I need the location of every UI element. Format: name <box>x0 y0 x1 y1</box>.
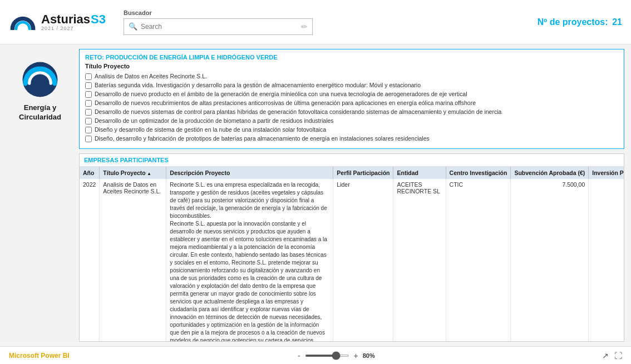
project-checkbox[interactable] <box>85 82 92 89</box>
project-checkbox[interactable] <box>85 91 92 98</box>
list-item[interactable]: Diseño y desarrollo de sistema de gestió… <box>85 126 618 133</box>
projects-count-value: 21 <box>612 17 622 27</box>
zoom-plus-button[interactable]: + <box>353 351 359 360</box>
projects-count-area: Nº de proyectos: 21 <box>535 17 622 27</box>
search-label: Buscador <box>124 9 313 16</box>
list-item[interactable]: Desarrollo de nuevos recubrimientos de a… <box>85 99 618 107</box>
logo-s3: S3 <box>91 13 106 26</box>
zoom-minus-button[interactable]: - <box>297 351 302 360</box>
data-table: AñoTítulo ProyectoDescripción ProyectoPe… <box>80 167 624 341</box>
list-item[interactable]: Desarrollo de nuevos sistemas de control… <box>85 108 618 116</box>
zoom-control: - + 80% <box>297 351 375 360</box>
left-panel: Energía yCircularidad <box>7 49 73 342</box>
project-checkbox[interactable] <box>85 136 92 142</box>
table-header-row: AñoTítulo ProyectoDescripción ProyectoPe… <box>80 167 624 179</box>
fullscreen-icon[interactable]: ⛶ <box>614 351 622 360</box>
category-icon <box>21 60 60 99</box>
challenge-box: RETO: PRODUCCIÓN DE ENERGÍA LIMPIA E HID… <box>79 49 624 149</box>
project-item-label: Desarrollo de un optimizador de la produ… <box>95 117 334 124</box>
col-header-inversion: Inversión Privada (€) <box>589 167 624 179</box>
project-item-label: Desarrollo de nuevos sistemas de control… <box>95 108 501 115</box>
main-content: Energía yCircularidad RETO: PRODUCCIÓN D… <box>0 44 631 346</box>
project-checkbox[interactable] <box>85 109 92 116</box>
cell-desc: Recinorte S.L. es una empresa especializ… <box>166 179 333 341</box>
share-icon[interactable]: ↗ <box>602 351 609 360</box>
project-item-label: Baterías segunda vida. Investigación y d… <box>95 82 421 88</box>
list-item[interactable]: Analisis de Datos en Aceites Recinorte S… <box>85 73 618 80</box>
projects-count-label: Nº de proyectos: <box>538 17 608 27</box>
search-icon: 🔍 <box>129 22 137 31</box>
project-item-label: Diseño, desarrollo y fabricación de prot… <box>95 135 430 142</box>
col-header-year: Año <box>80 167 100 179</box>
table-body: 2022Analisis de Datos en Aceites Recinor… <box>80 179 624 341</box>
cell-entidad: ACEITES RECINORTE SL <box>393 179 446 341</box>
project-item-label: Desarrollo de nuevos recubrimientos de a… <box>95 99 476 106</box>
table-section-title: EMPRESAS PARTICIPANTES <box>80 154 624 167</box>
project-checkbox[interactable] <box>85 100 92 107</box>
search-box-container: 🔍 ✏ <box>124 18 313 35</box>
search-area: Buscador 🔍 ✏ <box>124 9 313 35</box>
right-section: RETO: PRODUCCIÓN DE ENERGÍA LIMPIA E HID… <box>79 49 624 342</box>
logo-years: 2021 / 2027 <box>41 26 106 31</box>
clear-search-icon[interactable]: ✏ <box>301 22 308 31</box>
logo-arch-icon <box>9 14 37 30</box>
logo-name: Asturias <box>41 13 90 26</box>
challenge-title: RETO: PRODUCCIÓN DE ENERGÍA LIMPIA E HID… <box>85 54 618 61</box>
powerbi-link[interactable]: Microsoft Power BI <box>9 352 70 360</box>
header: Asturias S3 2021 / 2027 Buscador 🔍 ✏ Nº … <box>0 0 631 44</box>
col-header-perfil: Perfil Participación <box>333 167 393 179</box>
list-item[interactable]: Desarrollo de un optimizador de la produ… <box>85 117 618 124</box>
project-item-label: Desarrollo de nuevo producto en el ámbit… <box>95 91 467 97</box>
project-title-header: Título Proyecto <box>85 63 618 69</box>
col-header-entidad: Entidad <box>393 167 446 179</box>
zoom-percent: 80% <box>363 352 375 359</box>
bottom-bar: Microsoft Power BI - + 80% ↗ ⛶ <box>0 346 631 364</box>
list-item[interactable]: Desarrollo de nuevo producto en el ámbit… <box>85 91 618 98</box>
project-item-label: Diseño y desarrollo de sistema de gestió… <box>95 126 326 133</box>
list-item[interactable]: Baterías segunda vida. Investigación y d… <box>85 82 618 89</box>
cell-perfil: Lider <box>333 179 393 341</box>
cell-subvencion: 7.500,00 <box>511 179 589 341</box>
cell-inversion: 2.500,00 <box>589 179 624 341</box>
list-item[interactable]: Diseño, desarrollo y fabricación de prot… <box>85 135 618 142</box>
search-input[interactable] <box>141 23 298 31</box>
category-label: Energía yCircularidad <box>19 103 61 122</box>
col-header-desc: Descripción Proyecto <box>166 167 333 179</box>
cell-centro: CTIC <box>446 179 511 341</box>
bottom-right-icons: ↗ ⛶ <box>602 351 622 360</box>
logo-area: Asturias S3 2021 / 2027 <box>9 13 106 31</box>
cell-year: 2022 <box>80 179 100 341</box>
table-wrapper[interactable]: AñoTítulo ProyectoDescripción ProyectoPe… <box>80 167 624 341</box>
project-checkbox[interactable] <box>85 127 92 133</box>
col-header-centro: Centro Investigación <box>446 167 511 179</box>
zoom-slider[interactable] <box>305 355 349 357</box>
col-header-subvencion: Subvención Aprobada (€) <box>511 167 589 179</box>
project-item-label: Analisis de Datos en Aceites Recinorte S… <box>95 73 207 79</box>
cell-title: Analisis de Datos en Aceites Recinorte S… <box>100 179 166 341</box>
col-header-title[interactable]: Título Proyecto <box>100 167 166 179</box>
project-checkbox[interactable] <box>85 118 92 124</box>
table-section: EMPRESAS PARTICIPANTES AñoTítulo Proyect… <box>79 153 624 342</box>
table-row[interactable]: 2022Analisis de Datos en Aceites Recinor… <box>80 179 624 341</box>
challenge-project-list: Analisis de Datos en Aceites Recinorte S… <box>85 73 618 142</box>
project-checkbox[interactable] <box>85 73 92 80</box>
